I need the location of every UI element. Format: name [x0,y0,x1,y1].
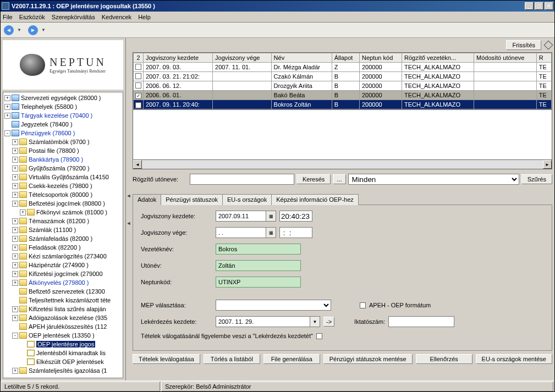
search-button[interactable]: Keresés [296,174,331,184]
tree-node[interactable]: +Befizetési jogcímek (80800 ) [4,199,122,208]
menu-tools[interactable]: Eszközök [19,14,45,20]
nav-tree[interactable]: +Szervezeti egységek (28000 )+Telephelye… [3,92,123,378]
expander-icon[interactable]: + [12,139,18,145]
table-row[interactable]: ✓2007. 09. 11. 20:40:Bokros ZoltánB20000… [134,100,552,109]
tree-node[interactable]: +Szervezeti egységek (28000 ) [4,93,122,102]
btn-torles[interactable]: Törlés a listából [204,354,260,364]
filter-select[interactable]: Minden [348,174,519,185]
expander-icon[interactable]: + [12,165,18,172]
expander-icon[interactable]: + [12,157,18,163]
column-header[interactable]: Név [271,53,332,63]
neptunkod-field[interactable]: UTINXP [216,277,301,288]
row-checkbox[interactable]: ✓ [135,102,141,108]
btn-penzugyi-mentes[interactable]: Pénzügyi státuszok mentése [323,354,413,364]
row-checkbox[interactable] [135,82,141,89]
menu-help[interactable]: Help [138,14,151,20]
btn-eu-mentes[interactable]: EU-s országok mentése [476,354,552,364]
note-checkbox[interactable] [316,333,322,339]
grid-h-scrollbar[interactable]: ◄ ► [133,159,552,169]
expander-icon[interactable]: + [12,183,18,189]
iktatoszam-input[interactable] [388,316,454,327]
tree-node[interactable]: Elkészült OEP jelentések [4,357,122,366]
nav-back-button[interactable]: ◄ [4,25,14,35]
jogviszony-vege-time[interactable] [279,227,312,238]
tree-node[interactable]: +Bankkártya (78900 ) [4,155,122,164]
column-header[interactable]: Neptun kód [359,53,402,63]
expander-icon[interactable]: + [12,306,18,312]
close-button[interactable]: ✕ [545,2,553,10]
row-checkbox[interactable] [135,73,141,79]
tree-node[interactable]: +Adóigazolások kezelése (935 [4,313,122,322]
column-header[interactable]: Rögzítő vezetékn... [402,53,474,63]
nav-back-dropdown[interactable]: ▼ [17,27,21,32]
tree-node[interactable]: Jelentésből kimaradtak lis [4,349,122,357]
btn-tetelek[interactable]: Tételek leválogatása [133,354,200,364]
table-row[interactable]: 2007. 03. 21. 21:02:Czakó KálmánB200000T… [134,72,552,81]
more-button[interactable]: ... [333,174,345,184]
column-header[interactable]: Jogviszony vége [213,53,272,63]
jogviszony-kezdete-time[interactable] [279,211,312,222]
tree-node[interactable]: +Kézi számlarögzítés (273400 [4,252,122,261]
tree-node[interactable]: -OEP jelentések (13350 ) [4,331,122,340]
apeh-checkbox[interactable] [360,302,366,308]
expander-icon[interactable]: + [20,209,26,216]
tree-node[interactable]: Teljesítettnek kiszámlázott téte [4,296,122,305]
expander-icon[interactable]: + [12,192,18,198]
expander-icon[interactable] [20,359,26,365]
expander-icon[interactable] [20,341,26,347]
maximize-button[interactable]: □ [535,2,543,10]
go-button[interactable]: -> [323,317,334,327]
btn-filegen[interactable]: File generálása [263,354,320,364]
expander-icon[interactable]: - [12,333,18,339]
expander-icon[interactable]: + [12,262,18,268]
expander-icon[interactable]: + [12,271,18,277]
expander-icon[interactable]: + [4,95,10,101]
menu-role[interactable]: Szerepkörváltás [52,14,95,20]
tab-eu[interactable]: EU-s országok [222,194,272,205]
column-header[interactable]: Módosító utóneve [474,53,536,63]
nav-forward-button[interactable]: ► [28,25,38,35]
expander-icon[interactable]: + [12,236,18,242]
tree-node[interactable]: +Virtuális Gyűjtőszámla (14150 [4,173,122,181]
lekerdezes-date[interactable]: 2007. 11. 29.▼ [216,316,320,327]
tree-node[interactable]: +Számlatömbök (9700 ) [4,137,122,146]
tree-node[interactable]: +Kifizetési jogcímek (279000 [4,269,122,278]
table-row[interactable]: 2007. 09. 03.2007. 11. 01.Dr. Mézga Alad… [134,63,552,72]
utonev-field[interactable]: Zoltán [216,260,301,271]
tree-node[interactable]: +Számlateljesítés igazolása (1 [4,366,122,375]
splitter[interactable]: ◄ ◄ [126,38,131,380]
tree-node[interactable]: Jegyzetek (78400 ) [4,120,122,129]
tree-node[interactable]: +Feladások (82200 ) [4,243,122,252]
scroll-left-button[interactable]: ◄ [133,160,142,169]
column-header[interactable]: Állapot [332,53,359,63]
minimize-button[interactable]: _ [525,2,534,10]
expander-icon[interactable]: - [4,130,10,136]
tree-node[interactable]: +Tárgyak kezelése (70400 ) [4,111,122,120]
pin-icon[interactable] [545,41,552,49]
expander-icon[interactable] [12,297,18,303]
column-header[interactable]: R [536,53,551,63]
expander-icon[interactable]: + [12,245,18,251]
expander-icon[interactable] [12,289,18,295]
expander-icon[interactable]: + [4,104,10,110]
tree-node[interactable]: +Házipénztár (274900 ) [4,261,122,269]
jogviszony-vege-date[interactable]: . .▦ [216,227,276,238]
vezeteknev-field[interactable]: Bokros [216,244,301,255]
tree-node[interactable]: +Csekk-kezelés (79800 ) [4,181,122,190]
tab-penzugyi[interactable]: Pénzügyi státuszok [161,194,223,205]
expander-icon[interactable]: + [12,227,18,233]
menu-file[interactable]: File [3,14,13,20]
tree-node[interactable]: -Pénzügyek (78600 ) [4,129,122,137]
row-checkbox[interactable]: ✓ [135,93,141,99]
btn-ellenorzes[interactable]: Ellenőrzés [416,354,472,364]
expander-icon[interactable]: + [12,201,18,207]
scroll-right-button[interactable]: ► [543,160,552,169]
data-grid[interactable]: 2Jogviszony kezdeteJogviszony végeNévÁll… [133,52,552,110]
nav-forward-dropdown[interactable]: ▼ [41,27,46,32]
tree-node[interactable]: +Számlák (11100 ) [4,225,122,234]
expander-icon[interactable] [12,324,18,330]
tree-node[interactable]: +Témaszámok (81200 ) [4,217,122,225]
table-row[interactable]: ✓2006. 06. 01.Bakó BeátaB200000TECH_ALKA… [134,91,552,100]
tree-node[interactable]: +Számlafeladás (82000 ) [4,234,122,243]
tree-node[interactable]: +Gyűjtőszámla (79200 ) [4,164,122,173]
